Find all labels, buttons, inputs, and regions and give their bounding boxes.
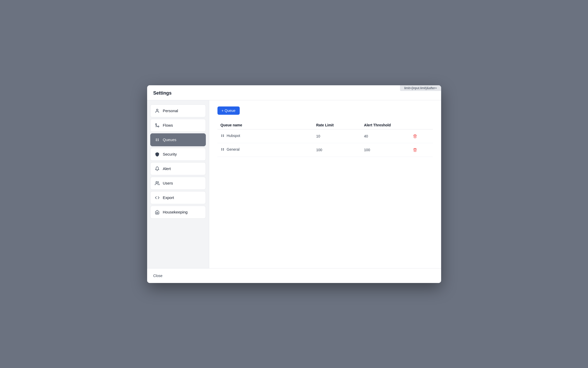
svg-point-10 xyxy=(156,181,157,183)
queue-action-cell xyxy=(409,143,433,157)
sidebar-item-security[interactable]: Security xyxy=(150,148,206,161)
queue-name-cell: Hubspot xyxy=(217,129,313,143)
queue-action-cell xyxy=(409,129,433,143)
shield-icon xyxy=(155,152,160,157)
queue-alert-cell: 40 xyxy=(361,129,409,143)
close-button[interactable]: Close xyxy=(153,273,163,279)
modal-footer: Close xyxy=(147,268,441,283)
housekeeping-icon xyxy=(155,210,160,215)
queues-icon xyxy=(155,137,160,142)
modal-body: Personal Flows xyxy=(147,100,441,268)
sidebar-label-security: Security xyxy=(163,152,177,156)
delete-queue-button[interactable] xyxy=(412,133,418,139)
sidebar-item-flows[interactable]: Flows xyxy=(150,119,206,132)
trash-icon xyxy=(413,148,417,152)
modal-header: Settings xyxy=(147,85,441,100)
table-row: Hubspot 10 40 xyxy=(217,129,433,143)
col-header-action xyxy=(409,121,433,129)
sidebar-label-flows: Flows xyxy=(163,123,173,127)
queue-icon xyxy=(221,147,225,151)
users-icon xyxy=(155,181,160,186)
col-header-name: Queue name xyxy=(217,121,313,129)
main-content: + Queue Queue name Rate Limit Alert Thre… xyxy=(209,100,441,268)
col-header-rate: Rate Limit xyxy=(313,121,361,129)
person-icon xyxy=(155,108,160,113)
sidebar-label-personal: Personal xyxy=(163,109,178,113)
add-queue-button[interactable]: + Queue xyxy=(217,106,240,115)
flows-icon xyxy=(155,123,160,128)
sidebar-item-alert[interactable]: Alert xyxy=(150,162,206,175)
delete-queue-button[interactable] xyxy=(412,147,418,153)
svg-point-0 xyxy=(156,109,158,111)
url-bar: limit={input.limit}&after= xyxy=(400,85,441,91)
queue-name-with-icon: Hubspot xyxy=(221,134,240,138)
settings-modal: limit={input.limit}&after= Settings Pers… xyxy=(147,85,441,283)
queue-name-cell: General xyxy=(217,143,313,157)
sidebar-label-alert: Alert xyxy=(163,166,171,171)
sidebar-item-export[interactable]: Export xyxy=(150,191,206,204)
sidebar: Personal Flows xyxy=(147,100,209,268)
sidebar-item-queues[interactable]: Queues xyxy=(150,133,206,146)
trash-icon xyxy=(413,134,417,138)
queue-icon xyxy=(221,134,225,138)
sidebar-label-queues: Queues xyxy=(163,137,177,142)
col-header-alert: Alert Threshold xyxy=(361,121,409,129)
sidebar-label-housekeeping: Housekeeping xyxy=(163,210,188,214)
table-row: General 100 100 xyxy=(217,143,433,157)
queue-rate-cell: 10 xyxy=(313,129,361,143)
export-icon xyxy=(155,195,160,200)
sidebar-item-personal[interactable]: Personal xyxy=(150,104,206,117)
queue-rate-cell: 100 xyxy=(313,143,361,157)
queues-table: Queue name Rate Limit Alert Threshold xyxy=(217,121,433,157)
queue-alert-cell: 100 xyxy=(361,143,409,157)
alert-icon xyxy=(155,166,160,171)
sidebar-label-users: Users xyxy=(163,181,173,185)
sidebar-item-users[interactable]: Users xyxy=(150,177,206,190)
sidebar-label-export: Export xyxy=(163,195,174,200)
sidebar-item-housekeeping[interactable]: Housekeeping xyxy=(150,206,206,219)
page-title: Settings xyxy=(153,90,435,96)
queue-name-with-icon: General xyxy=(221,147,240,151)
